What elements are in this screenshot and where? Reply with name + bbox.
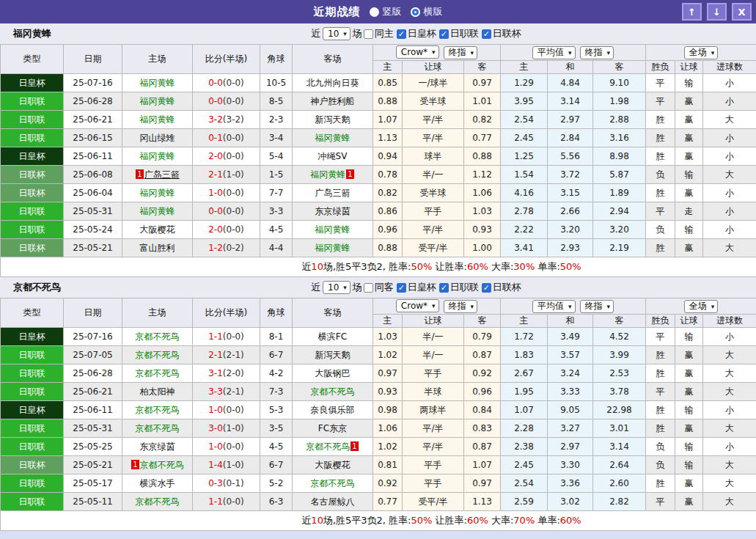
away-team-cell: 冲绳SV	[293, 147, 373, 166]
dropdown-arrow-icon: ▾	[711, 303, 715, 310]
competition-checkbox-1[interactable]: ✓日皇杯	[395, 281, 436, 294]
summary-part: 60%	[467, 515, 488, 526]
scope-select[interactable]: 全场▾	[684, 46, 719, 59]
home-team-cell: 富山胜利	[122, 239, 193, 257]
odds-stage-select[interactable]: 终指▾	[444, 300, 478, 313]
result-handicap: 赢	[675, 474, 703, 493]
odds-stage-select-value: 终指	[449, 46, 466, 59]
match-row: 日职联25-07-05京都不死鸟2-1(2-1)6-7新泻天鹅1.02半/一0.…	[1, 346, 756, 364]
avg-type-select[interactable]: 平均值▾	[532, 300, 576, 313]
avg-draw-odds: 3.49	[548, 328, 593, 346]
half-time-score: (0-2)	[223, 243, 244, 253]
table-body: 日皇杯25-07-16京都不死鸟1-1(0-0)8-1横滨FC1.03半/一0.…	[1, 328, 756, 511]
home-team-name[interactable]: 广岛三箭	[144, 169, 180, 180]
move-up-button[interactable]: ↑	[682, 3, 702, 21]
odds-company-select[interactable]: Crow*▾	[396, 45, 439, 59]
summary-text: 近10场,胜5平3负2, 胜率:50% 让胜率:60% 大率:30% 单率:50…	[1, 257, 756, 277]
handicap-away-odds: 1.01	[464, 92, 501, 111]
horizontal-layout-radio[interactable]: 横版	[411, 5, 443, 18]
avg-stage-select[interactable]: 终指▾	[580, 46, 614, 59]
avg-away-odds: 22.98	[593, 401, 646, 419]
away-team-name: 京都不死鸟	[311, 478, 355, 488]
home-team-cell: 福冈黄蜂	[122, 147, 193, 166]
match-date-cell: 25-05-31	[64, 419, 122, 438]
close-button[interactable]: X	[732, 3, 752, 21]
competition-1-box: ✓	[397, 283, 406, 293]
match-type-cell: 日联杯	[1, 456, 64, 474]
corner-cell: 4-5	[260, 221, 293, 239]
full-time-score: 1-4	[208, 460, 223, 470]
avg-type-select[interactable]: 平均值▾	[532, 46, 576, 59]
full-time-score: 3-3	[208, 386, 223, 397]
avg-draw-odds: 3.20	[548, 221, 593, 239]
avg-draw-odds: 3.72	[548, 166, 593, 184]
rank-badge: 1	[131, 460, 139, 469]
summary-part: 70%	[513, 515, 535, 526]
odds-company-select[interactable]: Crow*▾	[396, 299, 439, 312]
result-outcome: 胜	[646, 111, 675, 129]
sub-column-header-1: 主	[373, 61, 403, 74]
away-team-name: 大阪钢巴	[315, 368, 351, 378]
check-icon: ✓	[441, 29, 447, 39]
handicap-home-odds: 0.96	[373, 221, 403, 239]
match-date-cell: 25-05-21	[64, 456, 122, 474]
result-handicap: 赢	[675, 419, 703, 438]
score-cell: 3-2(3-2)	[193, 111, 260, 129]
avg-stage-select[interactable]: 终指▾	[580, 300, 614, 313]
vertical-layout-radio[interactable]: 竖版	[370, 5, 402, 18]
recent-count-select[interactable]: 10▾	[323, 281, 351, 294]
result-handicap: 输	[675, 74, 703, 92]
scope-select-value: 全场	[689, 46, 707, 59]
full-time-score: 1-2	[208, 243, 223, 253]
sub-column-header-5: 和	[548, 61, 593, 74]
half-time-score: (0-0)	[223, 331, 244, 342]
half-time-score: (2-1)	[223, 350, 244, 360]
home-team-name: 京都不死鸟	[136, 496, 180, 507]
scope-select[interactable]: 全场▾	[684, 300, 719, 313]
home-team-name: 福冈黄蜂	[140, 114, 175, 125]
odds-stage-select-value: 终指	[449, 300, 466, 312]
match-date-cell: 25-05-24	[64, 221, 122, 239]
half-time-score: (2-0)	[223, 368, 244, 378]
same-venue-label: 同客	[375, 281, 394, 294]
column-header-2: 日期	[64, 298, 122, 328]
match-row: 日职联25-06-28京都不死鸟3-1(2-0)4-2大阪钢巴0.97平手0.9…	[1, 364, 756, 383]
column-header-1: 类型	[1, 45, 64, 74]
home-team-name: 柏太阳神	[140, 386, 175, 397]
competition-checkbox-1[interactable]: ✓日皇杯	[395, 27, 436, 40]
results-table: 类型日期主场比分(半场)角球客场Crow*▾终指▾平均值▾终指▾全场▾主让球客主…	[0, 298, 756, 531]
competition-checkbox-3[interactable]: ✓日联杯	[480, 27, 521, 40]
team-name: 京都不死鸟	[13, 281, 61, 294]
handicap-home-odds: 1.06	[373, 419, 403, 438]
result-handicap: 输	[675, 438, 703, 456]
handicap-line: 受半球	[403, 92, 464, 111]
avg-draw-odds: 3.24	[548, 364, 593, 383]
result-goals: 大	[703, 474, 756, 493]
match-type-cell: 日联杯	[1, 239, 64, 257]
avg-away-odds: 3.01	[593, 419, 646, 438]
match-row: 日联杯25-05-21富山胜利1-2(0-2)4-4福冈黄蜂0.88受平/半1.…	[1, 239, 756, 257]
summary-part: 10	[311, 261, 323, 272]
avg-home-odds: 2.54	[501, 474, 548, 493]
away-team-cell: 京都不死鸟1	[293, 438, 373, 456]
same-venue-checkbox[interactable]: 同客	[362, 281, 394, 294]
home-team-name: 福冈黄蜂	[140, 151, 175, 161]
competition-checkbox-2[interactable]: ✓日职联	[438, 27, 479, 40]
handicap-home-odds: 0.88	[373, 239, 403, 257]
home-team-cell: 京都不死鸟	[122, 493, 193, 511]
avg-away-odds: 9.10	[593, 74, 646, 92]
result-handicap: 输	[675, 456, 703, 474]
result-outcome: 负	[646, 456, 675, 474]
competition-checkbox-3[interactable]: ✓日联杯	[480, 281, 521, 294]
avg-away-odds: 2.53	[593, 364, 646, 383]
competition-checkbox-2[interactable]: ✓日职联	[438, 281, 479, 294]
avg-away-odds: 2.19	[593, 239, 646, 257]
odds-stage-select[interactable]: 终指▾	[444, 46, 478, 59]
recent-count-select[interactable]: 10▾	[323, 27, 351, 40]
same-venue-checkbox[interactable]: 同主	[362, 27, 394, 40]
match-type-cell: 日职联	[1, 346, 64, 364]
move-down-button[interactable]: ↓	[707, 3, 727, 21]
home-team-cell: 1京都不死鸟	[122, 456, 193, 474]
half-time-score: (0-0)	[223, 206, 244, 216]
match-date-cell: 25-07-16	[64, 74, 122, 92]
